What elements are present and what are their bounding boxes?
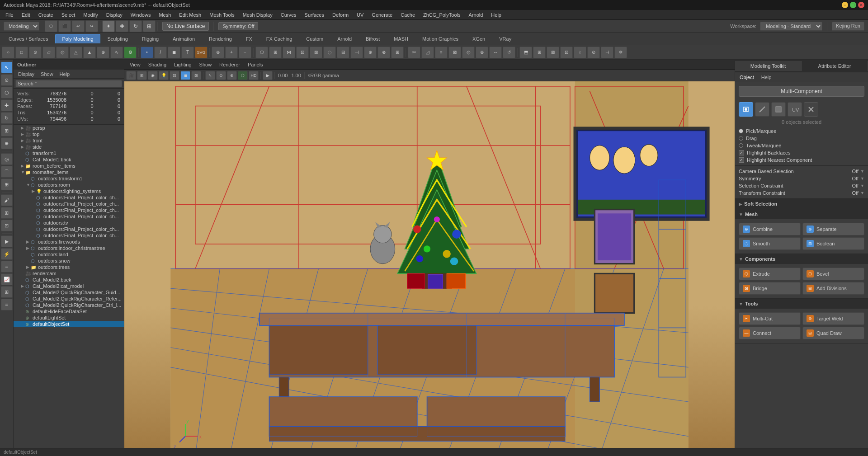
search-input[interactable] [15,80,122,87]
scale-btn[interactable]: ⊞ [1,125,13,136]
chamfer-btn[interactable]: ⊠ [310,47,322,58]
separate-btn[interactable]: ⊗ [377,47,390,58]
uv-unfold[interactable]: ⊠ [547,47,559,58]
lasso-btn[interactable]: ⊙ [1,74,13,86]
vp-shader-btn[interactable]: ◉ [148,71,158,80]
close-button[interactable]: ✕ [858,2,864,8]
menu-curves[interactable]: Curves [277,11,300,19]
tree-item-rendercam[interactable]: 🎥 rendercam [14,270,124,277]
tree-item-od-fp4[interactable]: ⬡ outdoors:Final_Project_color_ch... [14,213,124,220]
vp-grid-btn[interactable]: ⊞ [137,71,147,80]
select-mode-btn[interactable]: ↖ [1,61,13,73]
tree-item-od-lighting[interactable]: ▶ 💡 outdoors:lighting_systems [14,188,124,194]
tab-bifrost[interactable]: Bifrost [359,34,387,43]
separate-button[interactable]: ⊗ Separate [802,223,864,235]
vp-light-btn[interactable]: 💡 [159,71,169,80]
vp-menu-view[interactable]: View [126,61,144,68]
menu-mesh-display[interactable]: Mesh Display [239,11,276,19]
multi-component-button[interactable]: Multi-Component [739,86,864,97]
universal-manip[interactable]: ⊕ [1,137,13,149]
menu-cache[interactable]: Cache [397,11,419,19]
outl-display[interactable]: Display [15,71,37,78]
tab-modeling-toolkit[interactable]: Modeling Toolkit [735,61,802,71]
poly-pipe-btn[interactable]: ⊕ [97,47,109,58]
vp-hq-btn[interactable]: HD [249,71,259,80]
target-weld-button[interactable]: ⊕ Target Weld [802,312,864,325]
move-btn[interactable]: ✚ [1,99,13,111]
vp-play-btn[interactable]: ▶ [263,71,273,80]
subtab-object[interactable]: Object [737,74,757,81]
quad-draw-button[interactable]: ⊞ Quad Draw [802,327,864,339]
tab-attribute-editor[interactable]: Attribute Editor [802,61,868,71]
tab-poly-modeling[interactable]: Poly Modeling [55,34,100,43]
tree-item-cat2model[interactable]: ▶ ⬡ Cat_Model2:cat_model [14,283,124,289]
vp-wire-btn[interactable]: ⊡ [170,71,179,80]
flip-btn[interactable]: ↔ [489,47,502,58]
tab-custom[interactable]: Custom [299,34,330,43]
extrude-button[interactable]: ⬡ Extrude [739,268,801,280]
tree-item-od-snow[interactable]: ⬡ outdoors:snow [14,258,124,264]
tree-item-transform1[interactable]: ⬡ transform1 [14,150,124,156]
tree-item-od-fp6[interactable]: ⬡ outdoors:Final_Project_color_ch... [14,232,124,239]
menu-edit-mesh[interactable]: Edit Mesh [175,11,205,19]
tree-item-od-trees[interactable]: ▶ 📁 outdoors:trees [14,264,124,270]
tree-item-side[interactable]: ▶ 🎥 side [14,144,124,150]
tab-xgen[interactable]: XGen [466,34,492,43]
tree-item-room-after[interactable]: ▼ 📁 roomafter_items [14,169,124,175]
boolean-button[interactable]: ⊞ Boolean [802,237,864,250]
sel-svg[interactable]: SVG [195,47,208,58]
vp-tex-btn[interactable]: ⊠ [191,71,201,80]
vertex-component-icon[interactable] [739,102,753,117]
tools-header[interactable]: ▼ Tools [735,299,868,309]
tab-curves-surfaces[interactable]: Curves / Surfaces [2,34,55,43]
extrude-btn[interactable]: ⬡ [255,47,268,58]
highlight-nearest-check[interactable]: ✓ [739,157,744,163]
tree-item-defhide[interactable]: ⊛ defaultHideFaceDataSet [14,308,124,315]
menu-edit[interactable]: Edit [18,11,34,19]
tree-item-room-before[interactable]: ▶ 📁 room_before_items [14,163,124,169]
poly-helix-btn[interactable]: ∿ [110,47,123,58]
insert-edge[interactable]: ≡ [435,47,448,58]
rotate-tool[interactable]: ↻ [129,20,142,32]
tree-item-od-fp5[interactable]: ⬡ outdoors:Final_Project_color_ch... [14,226,124,232]
poly-cone-btn[interactable]: △ [70,47,82,58]
vp-xray-btn[interactable]: ⊙ [216,71,226,80]
tree-item-od-land[interactable]: ⬡ outdoors:land [14,251,124,258]
tree-item-od-christmas[interactable]: ▶ ⬡ outdoors:indoor_christmastree [14,245,124,251]
soft-sel-header[interactable]: ▶ Soft Selection [735,199,868,209]
assign-shader[interactable]: ⬒ [519,47,532,58]
face-component-icon[interactable] [771,102,786,117]
workspace-dropdown[interactable]: Modeling - Standard [760,22,822,31]
bridge-btn-tb[interactable]: ⊞ [269,47,282,58]
maximize-button[interactable]: □ [850,2,856,8]
graph-editor-btn[interactable]: 📈 [1,273,13,285]
subtab-help[interactable]: Help [759,74,774,81]
sel-edge[interactable]: / [154,47,167,58]
cut-btn[interactable]: ✂ [408,47,420,58]
menu-arnold[interactable]: Arnold [465,11,487,19]
deform-btn[interactable]: ⌒ [1,166,13,178]
menu-uv[interactable]: UV [353,11,367,19]
vp-menu-renderer[interactable]: Renderer [216,61,244,68]
vp-solid-btn[interactable]: ◼ [180,71,190,80]
combine-btn-tb[interactable]: ⊕ [364,47,377,58]
soft-sel-btn[interactable]: ⊙ [587,47,600,58]
3d-viewport[interactable]: x y z persp [124,81,735,456]
spin-btn[interactable]: ↺ [503,47,515,58]
weld-btn[interactable]: ⊕ [476,47,488,58]
loop-sel[interactable]: ⊛ [212,47,224,58]
transform-constraint-dropdown[interactable]: Off ▼ [852,190,864,196]
tab-vray[interactable]: VRay [492,34,518,43]
freeze-btn[interactable]: ❄ [614,47,627,58]
smooth-button[interactable]: ◌ Smooth [739,237,801,250]
tab-motion-graphics[interactable]: Motion Graphics [415,34,465,43]
crease-btn[interactable]: ≀ [574,47,586,58]
mesh-section-header[interactable]: ▼ Mesh [735,209,868,219]
vp-cam-btn[interactable]: 🎥 [126,71,136,80]
dope-btn[interactable]: ⊞ [1,286,13,298]
vp-sel-btn[interactable]: ↖ [205,71,215,80]
poly-cyl-btn[interactable]: ⊙ [29,47,42,58]
collapse-btn[interactable]: ◎ [462,47,475,58]
outl-show[interactable]: Show [38,71,56,78]
move-tool[interactable]: ✚ [116,20,128,32]
